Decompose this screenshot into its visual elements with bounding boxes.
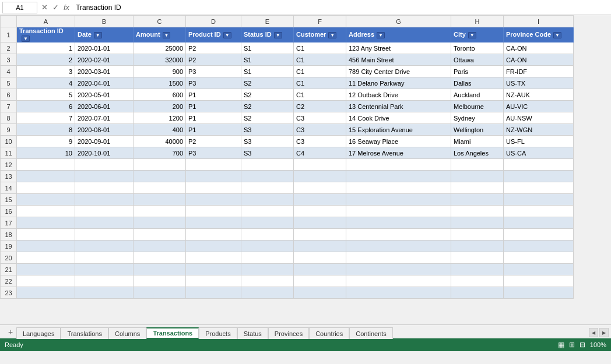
table-cell[interactable] (346, 264, 451, 275)
table-cell[interactable]: Miami (451, 136, 504, 147)
table-cell[interactable] (294, 206, 346, 217)
table-cell[interactable] (451, 241, 504, 252)
table-cell[interactable] (451, 252, 504, 264)
table-cell[interactable] (134, 206, 186, 217)
table-cell[interactable] (134, 217, 186, 229)
table-cell[interactable] (451, 217, 504, 229)
table-cell[interactable] (241, 159, 294, 171)
table-cell[interactable] (241, 206, 294, 217)
table-cell[interactable]: 1200 (134, 112, 186, 124)
table-cell[interactable]: Los Angeles (451, 147, 504, 159)
tab-scroll-left[interactable]: ◀ (589, 328, 598, 337)
header-cell-3[interactable]: Product ID▼ (186, 27, 241, 43)
table-cell[interactable]: 9 (17, 136, 75, 147)
sheet-tab-continents[interactable]: Continents (349, 327, 393, 339)
table-cell[interactable] (504, 287, 574, 299)
table-cell[interactable] (451, 287, 504, 299)
sheet-tab-provinces[interactable]: Provinces (268, 327, 309, 339)
table-cell[interactable] (134, 171, 186, 182)
table-cell[interactable]: P1 (186, 112, 241, 124)
table-cell[interactable]: 2020-08-01 (75, 124, 134, 136)
table-cell[interactable] (17, 275, 75, 287)
table-cell[interactable] (186, 217, 241, 229)
table-cell[interactable]: 2020-10-01 (75, 147, 134, 159)
table-cell[interactable] (17, 229, 75, 241)
header-cell-1[interactable]: Date▼ (75, 27, 134, 43)
table-cell[interactable] (134, 159, 186, 171)
table-cell[interactable]: 6 (17, 101, 75, 112)
table-cell[interactable] (346, 171, 451, 182)
table-cell[interactable] (294, 229, 346, 241)
table-cell[interactable] (186, 241, 241, 252)
table-cell[interactable] (241, 275, 294, 287)
table-cell[interactable] (134, 275, 186, 287)
table-cell[interactable] (504, 206, 574, 217)
sheet-tab-columns[interactable]: Columns (108, 327, 146, 339)
table-cell[interactable]: FR-IDF (504, 66, 574, 77)
table-cell[interactable]: 400 (134, 124, 186, 136)
table-cell[interactable]: S1 (241, 54, 294, 66)
table-cell[interactable] (186, 275, 241, 287)
table-cell[interactable] (241, 217, 294, 229)
table-cell[interactable] (504, 182, 574, 194)
table-cell[interactable]: US-CA (504, 147, 574, 159)
table-cell[interactable] (134, 252, 186, 264)
col-header-e[interactable]: E (241, 16, 294, 27)
table-cell[interactable]: CA-ON (504, 54, 574, 66)
col-header-c[interactable]: C (134, 16, 186, 27)
table-cell[interactable] (294, 287, 346, 299)
table-cell[interactable]: 2020-09-01 (75, 136, 134, 147)
table-cell[interactable] (346, 275, 451, 287)
table-cell[interactable]: Melbourne (451, 101, 504, 112)
table-cell[interactable] (451, 194, 504, 206)
table-cell[interactable] (504, 241, 574, 252)
table-cell[interactable]: S1 (241, 66, 294, 77)
table-cell[interactable]: P1 (186, 124, 241, 136)
table-cell[interactable] (186, 229, 241, 241)
table-cell[interactable] (186, 287, 241, 299)
table-cell[interactable]: 456 Main Street (346, 54, 451, 66)
table-cell[interactable] (17, 287, 75, 299)
table-cell[interactable] (17, 217, 75, 229)
table-cell[interactable]: 2 (17, 54, 75, 66)
table-cell[interactable] (346, 241, 451, 252)
table-cell[interactable]: P1 (186, 101, 241, 112)
table-cell[interactable]: Auckland (451, 89, 504, 101)
table-cell[interactable] (17, 171, 75, 182)
table-cell[interactable] (294, 182, 346, 194)
table-cell[interactable] (241, 171, 294, 182)
table-cell[interactable] (134, 264, 186, 275)
table-cell[interactable] (186, 264, 241, 275)
header-cell-6[interactable]: Address▼ (346, 27, 451, 43)
page-break-button[interactable]: ⊟ (580, 341, 585, 349)
table-cell[interactable]: 200 (134, 101, 186, 112)
table-cell[interactable] (451, 264, 504, 275)
filter-btn-8[interactable]: ▼ (553, 32, 561, 38)
table-cell[interactable] (75, 159, 134, 171)
table-cell[interactable]: P1 (186, 89, 241, 101)
table-cell[interactable]: P3 (186, 66, 241, 77)
table-cell[interactable]: AU-NSW (504, 112, 574, 124)
table-cell[interactable]: 14 Cook Drive (346, 112, 451, 124)
table-cell[interactable]: Wellington (451, 124, 504, 136)
table-cell[interactable] (451, 229, 504, 241)
col-header-b[interactable]: B (75, 16, 134, 27)
table-cell[interactable] (75, 252, 134, 264)
table-cell[interactable]: S2 (241, 77, 294, 89)
table-cell[interactable]: C1 (294, 54, 346, 66)
table-cell[interactable]: 1 (17, 43, 75, 54)
table-cell[interactable] (17, 159, 75, 171)
table-cell[interactable] (17, 241, 75, 252)
table-cell[interactable] (451, 159, 504, 171)
tab-scroll-right[interactable]: ▶ (599, 328, 609, 337)
page-layout-button[interactable]: ⊞ (569, 341, 575, 349)
table-cell[interactable] (17, 252, 75, 264)
table-cell[interactable]: 789 City Center Drive (346, 66, 451, 77)
function-icon[interactable]: fx (62, 3, 71, 12)
table-cell[interactable] (346, 217, 451, 229)
table-cell[interactable]: S1 (241, 43, 294, 54)
table-cell[interactable]: S3 (241, 136, 294, 147)
table-cell[interactable]: US-TX (504, 77, 574, 89)
table-cell[interactable] (504, 171, 574, 182)
table-cell[interactable]: S3 (241, 147, 294, 159)
